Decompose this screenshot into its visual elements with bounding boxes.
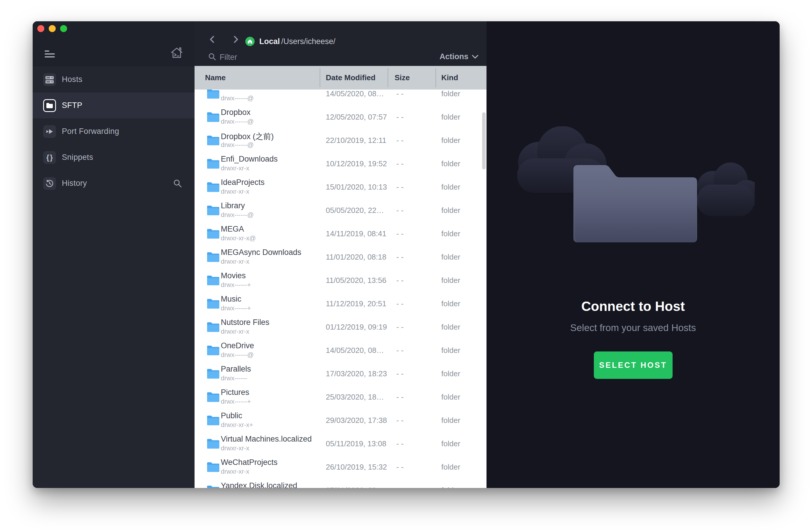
sidebar: Hosts SFTP Port Forwarding { } [33, 21, 194, 488]
file-permissions: drwx------+ [221, 398, 251, 405]
sidebar-item-label: Port Forwarding [62, 127, 119, 136]
table-row[interactable]: Dropbox (之前) drwx------@ 22/10/2019, 12:… [194, 128, 487, 152]
file-name: MEGA [221, 225, 244, 234]
file-date-modified: 10/12/2019, 19:52 [326, 159, 387, 168]
table-row[interactable]: drwx------@ 14/05/2020, 08… - - folder [194, 89, 487, 105]
folder-icon [206, 158, 220, 169]
table-row[interactable]: Pictures drwx------+ 25/03/2020, 18… - -… [194, 385, 487, 408]
file-permissions: drwxr-xr-x [221, 188, 249, 196]
file-name: Nutstore Files [221, 318, 270, 327]
table-row[interactable]: Music drwx------+ 11/12/2019, 20:51 - - … [194, 292, 487, 315]
file-kind: folder [441, 322, 460, 332]
table-row[interactable]: Virtual Machines.localized drwxr-xr-x 05… [194, 432, 487, 455]
back-icon[interactable] [208, 35, 217, 45]
terminal-home-icon[interactable] [170, 46, 184, 60]
sidebar-item-label: Snippets [62, 153, 93, 162]
file-size: - - [396, 89, 404, 98]
file-name: Dropbox (之前) [221, 131, 274, 142]
sidebar-item-snippets[interactable]: { } Snippets [33, 144, 194, 170]
select-host-button[interactable]: SELECT HOST [594, 351, 672, 379]
file-kind: folder [441, 206, 460, 215]
table-row[interactable]: Parallels drwx------ 17/03/2020, 18:23 -… [194, 362, 487, 385]
folder-icon [206, 274, 220, 286]
folder-icon [206, 484, 220, 488]
file-permissions: drwx------@ [221, 118, 254, 126]
breadcrumb-path[interactable]: /Users/icheese/ [281, 37, 335, 46]
file-permissions: drwxr-xr-x [221, 468, 249, 475]
column-header-size[interactable]: Size [395, 66, 410, 89]
actions-label: Actions [439, 52, 468, 61]
close-window-button[interactable] [37, 25, 44, 32]
sidebar-header [33, 21, 194, 67]
file-name: IdeaProjects [221, 178, 264, 187]
file-permissions: drwx------@ [221, 211, 254, 219]
file-name: WeChatProjects [221, 458, 278, 467]
file-date-modified: 15/01/2020, 10:13 [326, 183, 387, 192]
file-size: - - [396, 276, 404, 285]
history-search-icon[interactable] [173, 179, 182, 189]
table-row[interactable]: MEGAsync Downloads drwxr-xr-x 11/01/2020… [194, 245, 487, 268]
file-kind: folder [441, 159, 460, 168]
file-permissions: drwx------@ [221, 141, 254, 149]
file-date-modified: 01/12/2019, 09:19 [326, 322, 387, 332]
menu-icon[interactable] [45, 51, 56, 59]
table-row[interactable]: Movies drwx------+ 11/05/2020, 13:56 - -… [194, 268, 487, 292]
column-divider[interactable] [435, 68, 436, 87]
file-size: - - [396, 392, 404, 402]
file-kind: folder [441, 253, 460, 262]
file-kind: folder [441, 276, 460, 285]
file-size: - - [396, 159, 404, 168]
table-row[interactable]: Enfi_Downloads drwxr-xr-x 10/12/2019, 19… [194, 152, 487, 175]
table-row[interactable]: WeChatProjects drwxr-xr-x 26/10/2019, 15… [194, 455, 487, 478]
sidebar-item-sftp[interactable]: SFTP [33, 92, 194, 118]
table-row[interactable]: Nutstore Files drwxr-xr-x 01/12/2019, 09… [194, 315, 487, 338]
file-date-modified: 05/05/2020, 22… [326, 206, 384, 215]
file-size: - - [396, 346, 404, 355]
file-kind: folder [441, 346, 460, 355]
folder-front [575, 196, 696, 242]
file-kind: folder [441, 299, 460, 308]
column-header-date-modified[interactable]: Date Modified [326, 66, 375, 89]
table-row[interactable]: Public drwxr-xr-x+ 29/03/2020, 17:38 - -… [194, 408, 487, 432]
file-name: Music [221, 294, 242, 304]
table-row[interactable]: IdeaProjects drwxr-xr-x 15/01/2020, 10:1… [194, 175, 487, 198]
minimize-window-button[interactable] [49, 25, 56, 32]
file-permissions: drwxr-xr-x [221, 445, 249, 452]
sidebar-item-hosts[interactable]: Hosts [33, 67, 194, 92]
column-header-kind[interactable]: Kind [441, 66, 458, 89]
zoom-window-button[interactable] [60, 25, 67, 32]
file-size: - - [396, 183, 404, 192]
file-name: MEGAsync Downloads [221, 248, 301, 257]
table-row[interactable]: OneDrive drwx------@ 14/05/2020, 08… - -… [194, 338, 487, 362]
file-date-modified: 11/05/2020, 13:56 [326, 276, 387, 285]
folder-icon [206, 111, 220, 123]
column-divider[interactable] [320, 68, 320, 87]
file-date-modified: 14/05/2020, 08… [326, 89, 384, 98]
table-row[interactable]: Dropbox drwx------@ 12/05/2020, 07:57 - … [194, 105, 487, 128]
column-header-name[interactable]: Name [205, 66, 226, 89]
breadcrumb-location[interactable]: Local [259, 37, 280, 46]
actions-button[interactable]: Actions [439, 52, 478, 61]
folder-icon [206, 298, 220, 309]
connect-subtitle: Select from your saved Hosts [487, 322, 780, 333]
forward-icon[interactable] [231, 35, 240, 45]
folder-icon [206, 344, 220, 356]
file-name: Dropbox [221, 108, 250, 117]
table-row[interactable]: Library drwx------@ 05/05/2020, 22… - - … [194, 198, 487, 222]
local-home-icon[interactable] [245, 37, 255, 46]
file-rows: drwx------@ 14/05/2020, 08… - - folder D… [194, 89, 487, 488]
column-divider[interactable] [388, 68, 388, 87]
file-size: - - [396, 229, 404, 238]
sidebar-item-history[interactable]: History [33, 170, 194, 196]
file-size: - - [396, 322, 404, 332]
file-table-body: drwx------@ 14/05/2020, 08… - - folder D… [194, 89, 487, 488]
vertical-scrollbar[interactable] [482, 112, 485, 170]
folder-clouds-illustration [510, 126, 755, 255]
filter-input[interactable] [219, 51, 366, 63]
file-kind: folder [441, 89, 460, 98]
table-row[interactable]: MEGA drwxr-xr-x@ 14/11/2019, 08:41 - - f… [194, 222, 487, 245]
table-row[interactable]: Yandex.Disk.localized 07/01/2020, 09… - … [194, 478, 487, 488]
sidebar-item-port-forwarding[interactable]: Port Forwarding [33, 118, 194, 144]
file-date-modified: 17/03/2020, 18:23 [326, 369, 387, 378]
file-name: Virtual Machines.localized [221, 435, 312, 444]
